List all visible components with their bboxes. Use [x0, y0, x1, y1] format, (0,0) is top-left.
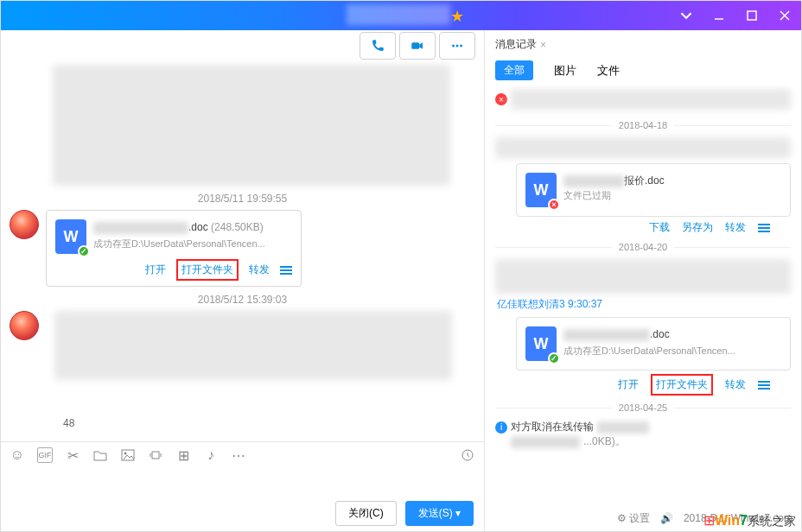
file-menu-icon[interactable] — [280, 266, 292, 275]
titlebar: ★ — [1, 1, 801, 30]
svg-point-3 — [456, 45, 459, 48]
forward-link[interactable]: 转发 — [725, 220, 746, 235]
doc-icon: W✓ — [55, 219, 86, 254]
svg-rect-1 — [411, 42, 419, 49]
history-blur — [495, 137, 791, 158]
history-blur — [495, 259, 791, 294]
history-title: 消息记录 — [495, 37, 537, 52]
saveas-link[interactable]: 另存为 — [682, 220, 713, 235]
svg-point-4 — [460, 45, 462, 48]
message-row: W✓ .doc (248.50KB) 成功存至D:\UserData\Perso… — [10, 210, 475, 287]
doc-icon: W× — [525, 173, 557, 207]
close-chat-button[interactable]: 关闭(C) — [335, 501, 397, 526]
filter-tabs: 全部 图片 文件 — [485, 52, 801, 86]
tab-image[interactable]: 图片 — [554, 63, 576, 79]
timestamp: 2018/5/12 15:39:03 — [10, 294, 475, 306]
shake-icon[interactable] — [148, 447, 163, 463]
sender-line: 亿佳联想刘清3 9:30:37 — [497, 297, 791, 312]
dropdown-button[interactable] — [670, 1, 703, 30]
minimize-button[interactable] — [703, 1, 735, 30]
file-ext: .doc — [188, 221, 208, 233]
tab-all[interactable]: 全部 — [495, 60, 533, 80]
open-link[interactable]: 打开 — [618, 377, 639, 392]
more-input-icon[interactable]: ⋯ — [231, 447, 246, 463]
gif-icon[interactable]: GIF — [37, 447, 53, 463]
date-divider: 2018-04-18 — [495, 120, 791, 130]
message-blur — [54, 311, 452, 380]
history-file-card: W✓ .doc 成功存至D:\UserData\Personal\Tencen.… — [516, 317, 791, 370]
svg-point-2 — [452, 45, 455, 48]
blur — [511, 436, 580, 448]
close-button[interactable] — [768, 1, 801, 30]
blur — [597, 421, 649, 434]
success-badge-icon: ✓ — [548, 352, 560, 364]
timestamp: 2018/5/11 19:59:55 — [10, 193, 475, 205]
date-divider: 2018-04-20 — [495, 242, 791, 252]
messages-area: 2018/5/11 19:59:55 W✓ .doc (248.50KB) 成功… — [1, 54, 484, 441]
text-fragment: 48 — [63, 417, 74, 429]
doc-icon: W✓ — [525, 326, 557, 361]
svg-rect-0 — [748, 11, 756, 20]
chat-panel: 2018/5/11 19:59:55 W✓ .doc (248.50KB) 成功… — [1, 30, 485, 532]
open-folder-link[interactable]: 打开文件夹 — [651, 374, 713, 396]
tab-file[interactable]: 文件 — [597, 63, 620, 79]
history-blur — [511, 89, 791, 110]
file-expired: 文件已过期 — [563, 188, 665, 203]
file-menu-icon[interactable] — [758, 381, 770, 390]
star-icon: ★ — [450, 7, 464, 26]
maximize-button[interactable] — [735, 1, 768, 30]
file-path: 成功存至D:\UserData\Personal\Tencen... — [563, 344, 735, 358]
input-toolbar: ☺ GIF ✂ ⊞ ♪ ⋯ — [1, 441, 484, 468]
music-icon[interactable]: ♪ — [203, 447, 219, 463]
file-path: 成功存至D:\UserData\Personal\Tencen... — [93, 237, 265, 251]
cancel-msg: 对方取消在线传输 — [511, 420, 594, 434]
file-message: W✓ .doc (248.50KB) 成功存至D:\UserData\Perso… — [46, 210, 302, 287]
forward-link[interactable]: 转发 — [249, 263, 270, 277]
settings-link[interactable]: ⚙ 设置 — [617, 511, 650, 526]
watermark: ⊞Win7系统之家 — [703, 512, 796, 529]
history-panel: 消息记录 × 全部 图片 文件 × 2018-04-18 W× 报价.doc 文… — [485, 30, 801, 532]
file-size: (248.50KB) — [211, 221, 264, 233]
open-link[interactable]: 打开 — [145, 263, 166, 277]
forward-link[interactable]: 转发 — [725, 377, 746, 392]
message-row — [10, 311, 475, 380]
open-folder-link[interactable]: 打开文件夹 — [176, 259, 239, 281]
error-badge-icon: × — [548, 199, 560, 211]
filename-blur — [563, 329, 650, 341]
message-blur — [53, 65, 450, 186]
send-button[interactable]: 发送(S) ▾ — [405, 501, 474, 526]
success-badge-icon: ✓ — [78, 245, 90, 257]
filename-blur — [93, 222, 188, 234]
history-file-card: W× 报价.doc 文件已过期 — [516, 163, 791, 217]
gift-icon[interactable]: ⊞ — [175, 447, 191, 463]
folder-icon[interactable] — [92, 447, 108, 463]
file-ext: .doc — [650, 328, 670, 340]
avatar[interactable] — [10, 311, 39, 340]
size-fragment: ...0KB)。 — [583, 434, 626, 449]
cut-icon[interactable]: ✂ — [65, 447, 80, 463]
filename-blur — [563, 175, 624, 187]
svg-point-6 — [124, 453, 127, 455]
image-icon[interactable] — [120, 447, 136, 463]
title-blur — [347, 4, 450, 25]
svg-rect-7 — [152, 452, 159, 459]
avatar[interactable] — [10, 210, 39, 239]
input-area[interactable] — [1, 468, 484, 494]
file-menu-icon[interactable] — [758, 224, 770, 232]
history-icon[interactable] — [460, 447, 475, 463]
info-icon: i — [495, 421, 507, 434]
date-divider: 2018-04-25 — [495, 402, 791, 413]
history-close-icon[interactable]: × — [540, 39, 546, 51]
sound-icon[interactable]: 🔊 — [660, 512, 673, 524]
error-icon: × — [495, 93, 507, 105]
file-suffix: 报价.doc — [624, 174, 665, 187]
download-link[interactable]: 下载 — [649, 220, 670, 235]
emoji-icon[interactable]: ☺ — [10, 447, 25, 463]
